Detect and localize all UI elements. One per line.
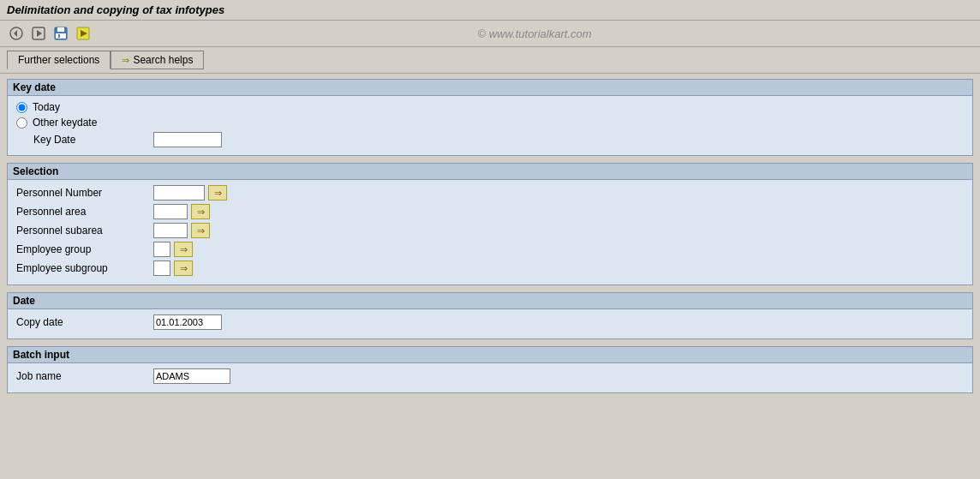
batch-input-header: Batch input (8, 347, 972, 363)
personnel-subarea-select-btn[interactable]: ⇒ (191, 223, 210, 238)
page-title: Delimitation and copying of tax infotype… (7, 3, 224, 16)
forward-icon[interactable] (29, 24, 48, 43)
title-bar: Delimitation and copying of tax infotype… (0, 0, 980, 21)
copy-date-label: Copy date (16, 316, 153, 328)
today-radio[interactable] (16, 102, 27, 113)
key-date-body: Today Other keydate Key Date (8, 96, 972, 155)
date-section: Date Copy date (7, 292, 973, 339)
tab-search-helps-label: Search helps (133, 54, 193, 66)
copy-date-row: Copy date (16, 314, 964, 330)
job-name-row: Job name (16, 368, 964, 384)
selection-section: Selection Personnel Number ⇒ Personnel a… (7, 163, 973, 285)
tab-further-selections-label: Further selections (18, 54, 99, 66)
copy-date-input[interactable] (153, 314, 222, 330)
tab-bar: Further selections ⇒ Search helps (0, 47, 980, 74)
back-icon[interactable] (7, 24, 26, 43)
svg-rect-7 (58, 34, 60, 38)
personnel-area-select-btn[interactable]: ⇒ (191, 204, 210, 219)
tab-search-helps[interactable]: ⇒ Search helps (111, 51, 204, 69)
employee-group-input[interactable] (153, 242, 170, 257)
other-keydate-radio[interactable] (16, 117, 27, 129)
key-date-field-row: Key Date (16, 132, 964, 147)
tab-further-selections[interactable]: Further selections (7, 51, 111, 69)
svg-marker-1 (14, 30, 17, 37)
batch-input-section: Batch input Job name (7, 346, 973, 393)
batch-input-body: Job name (8, 363, 972, 392)
personnel-number-arrow-icon: ⇒ (214, 188, 222, 199)
employee-subgroup-input[interactable] (153, 260, 170, 276)
today-label: Today (33, 101, 60, 113)
personnel-subarea-row: Personnel subarea ⇒ (16, 223, 964, 238)
employee-group-arrow-icon: ⇒ (180, 244, 188, 255)
job-name-input[interactable] (153, 368, 230, 384)
key-date-input[interactable] (153, 132, 222, 147)
selection-header: Selection (8, 164, 972, 180)
employee-subgroup-select-btn[interactable]: ⇒ (174, 260, 193, 276)
personnel-number-row: Personnel Number ⇒ (16, 185, 964, 201)
personnel-number-input[interactable] (153, 185, 205, 201)
personnel-number-select-btn[interactable]: ⇒ (208, 185, 227, 201)
key-date-label: Key Date (16, 134, 153, 146)
watermark: © www.tutorialkart.com (96, 27, 973, 40)
personnel-area-label: Personnel area (16, 206, 153, 218)
tab-arrow-icon: ⇒ (122, 55, 129, 66)
personnel-area-arrow-icon: ⇒ (197, 207, 205, 218)
svg-rect-6 (56, 33, 66, 39)
employee-group-row: Employee group ⇒ (16, 242, 964, 257)
personnel-subarea-input[interactable] (153, 223, 188, 238)
employee-group-select-btn[interactable]: ⇒ (174, 242, 193, 257)
personnel-area-input[interactable] (153, 204, 188, 219)
employee-subgroup-label: Employee subgroup (16, 262, 153, 274)
employee-subgroup-row: Employee subgroup ⇒ (16, 260, 964, 276)
svg-marker-3 (37, 30, 42, 37)
personnel-area-row: Personnel area ⇒ (16, 204, 964, 219)
execute-icon[interactable] (74, 24, 93, 43)
key-date-section: Key date Today Other keydate Key Date (7, 79, 973, 156)
main-content: Key date Today Other keydate Key Date Se… (0, 74, 980, 405)
other-keydate-label: Other keydate (33, 117, 97, 129)
toolbar: © www.tutorialkart.com (0, 21, 980, 47)
employee-group-label: Employee group (16, 243, 153, 255)
personnel-number-label: Personnel Number (16, 187, 153, 199)
save-icon[interactable] (51, 24, 70, 43)
date-body: Copy date (8, 309, 972, 338)
svg-rect-5 (57, 27, 64, 32)
personnel-subarea-arrow-icon: ⇒ (197, 225, 205, 237)
personnel-subarea-label: Personnel subarea (16, 225, 153, 237)
employee-subgroup-arrow-icon: ⇒ (180, 263, 188, 274)
key-date-header: Key date (8, 80, 972, 96)
other-keydate-radio-row: Other keydate (16, 117, 964, 129)
date-header: Date (8, 293, 972, 309)
selection-body: Personnel Number ⇒ Personnel area ⇒ Pers… (8, 180, 972, 284)
today-radio-row: Today (16, 101, 964, 113)
job-name-label: Job name (16, 370, 153, 382)
